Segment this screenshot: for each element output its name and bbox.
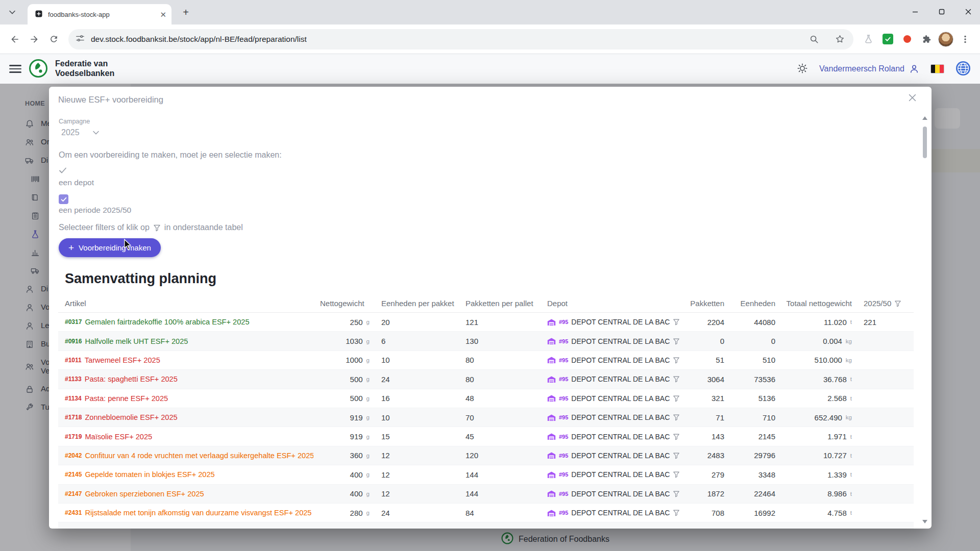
filter-funnel-icon[interactable] — [673, 471, 680, 478]
packets-cell: 143 — [681, 432, 729, 441]
recording-indicator-icon[interactable] — [897, 30, 917, 49]
search-icon[interactable] — [804, 30, 824, 49]
menu-hamburger-icon[interactable] — [9, 65, 21, 72]
table-row[interactable]: #1134Pasta: penne ESF+ 2025500g1648#95DE… — [58, 389, 914, 408]
extensions-puzzle-icon[interactable] — [917, 30, 936, 49]
belgium-flag-icon[interactable] — [930, 64, 944, 73]
table-row[interactable]: #2145Gepelde tomaten in blokjes ESF+ 202… — [58, 465, 914, 484]
net-weight-cell: 400g — [313, 470, 375, 479]
article-cell: #2145Gepelde tomaten in blokjes ESF+ 202… — [58, 470, 313, 479]
table-row[interactable]: #1718Zonnebloemolie ESF+ 2025919g1070#95… — [58, 408, 914, 427]
browser-toolbar: dev.stock.foodbanksit.be/stock/app/nl-BE… — [0, 24, 980, 54]
packs-per-pallet-cell: 84 — [459, 509, 541, 517]
filter-funnel-icon[interactable] — [673, 318, 680, 325]
table-row[interactable]: #2431Rijstsalade met tonijn afkomstig va… — [58, 504, 914, 522]
warehouse-icon — [547, 356, 556, 364]
back-button[interactable] — [5, 30, 24, 49]
filter-funnel-icon[interactable] — [673, 433, 680, 440]
modal-scrollbar[interactable] — [922, 116, 928, 523]
total-weight-cell: 1.971t — [780, 432, 857, 441]
refresh-button[interactable] — [44, 30, 63, 49]
checkbox-checked-icon[interactable] — [59, 194, 68, 204]
packs-per-pallet-cell: 120 — [459, 451, 541, 460]
window-minimize-button[interactable] — [912, 8, 919, 17]
browser-menu-kebab-icon[interactable] — [955, 30, 975, 49]
packets-cell: 2483 — [681, 451, 729, 460]
app-header: Federatie van Voedselbanken Vandermeersc… — [0, 54, 980, 84]
units-cell: 710 — [729, 413, 780, 422]
units-per-pack-cell: 24 — [375, 509, 459, 517]
table-row[interactable]: #0317Gemalen fairtradekoffie 100% arabic… — [58, 313, 914, 332]
table-row[interactable]: #1719Maïsolie ESF+ 2025919g1545#95DEPOT … — [58, 427, 914, 446]
close-icon[interactable] — [909, 94, 916, 103]
warehouse-icon — [547, 394, 556, 402]
theme-sun-icon[interactable] — [797, 63, 808, 76]
net-weight-cell: 280g — [313, 509, 375, 517]
table-row[interactable]: #0916Halfvolle melk UHT ESF+ 20251030g61… — [58, 332, 914, 350]
depot-cell: #95DEPOT CENTRAL DE LA BAC — [541, 356, 681, 364]
filter-funnel-icon[interactable] — [673, 357, 680, 364]
depot-cell: #95DEPOT CENTRAL DE LA BAC — [541, 337, 681, 345]
window-maximize-button[interactable] — [938, 8, 945, 17]
user-menu-button[interactable]: Vandermeersch Roland — [819, 64, 919, 74]
depot-cell: #95DEPOT CENTRAL DE LA BAC — [541, 433, 681, 441]
url-bar[interactable]: dev.stock.foodbanksit.be/stock/app/nl-BE… — [68, 29, 853, 49]
table-row[interactable]: #1133Pasta: spaghetti ESF+ 2025500g2480#… — [58, 370, 914, 389]
mouse-cursor — [124, 239, 132, 253]
new-tab-button[interactable]: + — [179, 5, 193, 19]
forward-button[interactable] — [24, 30, 44, 49]
planning-table-header: ArtikelNettogewichtEenheden per pakketPa… — [58, 294, 914, 313]
table-row[interactable]: #2147Gebroken sperziebonen ESF+ 2025400g… — [58, 485, 914, 504]
filter-funnel-icon[interactable] — [673, 452, 680, 459]
site-info-icon[interactable] — [76, 34, 85, 44]
option-period[interactable]: een periode 2025/50 — [59, 194, 922, 215]
depot-cell: #95DEPOT CENTRAL DE LA BAC — [541, 452, 681, 460]
filter-funnel-icon[interactable] — [894, 300, 901, 307]
scrollbar-thumb[interactable] — [923, 127, 927, 158]
language-globe-icon[interactable] — [955, 61, 971, 78]
units-per-pack-cell: 6 — [375, 337, 459, 345]
campaign-select[interactable]: 2025 — [60, 126, 100, 139]
table-row[interactable]: #1011Tarwemeel ESF+ 20251000g1080#95DEPO… — [58, 351, 914, 370]
filter-funnel-icon[interactable] — [673, 395, 680, 402]
column-header: Eenheden — [729, 299, 780, 308]
scroll-up-arrow-icon[interactable] — [922, 116, 927, 120]
browser-tab[interactable]: foodbanks-stock-app ✕ — [28, 4, 172, 24]
total-weight-cell: 2.568t — [780, 394, 857, 403]
packets-cell: 51 — [681, 356, 729, 364]
profile-avatar[interactable] — [936, 30, 955, 49]
filter-funnel-icon[interactable] — [673, 509, 680, 516]
packets-cell: 71 — [681, 413, 729, 422]
units-per-pack-cell: 6 — [375, 528, 459, 529]
warehouse-icon — [547, 509, 556, 517]
filter-funnel-icon[interactable] — [673, 490, 680, 497]
extension-check-icon[interactable] — [878, 30, 897, 49]
depot-cell: #95DEPOT CENTRAL DE LA BAC — [541, 470, 681, 479]
filter-funnel-icon[interactable] — [673, 375, 680, 383]
planning-table-body: #0317Gemalen fairtradekoffie 100% arabic… — [58, 313, 914, 529]
warehouse-icon — [547, 452, 556, 459]
filter-funnel-icon[interactable] — [673, 414, 680, 421]
depot-cell: #95DEPOT CENTRAL DE LA BAC — [541, 509, 681, 517]
scroll-down-arrow-icon[interactable] — [922, 520, 927, 523]
filter-funnel-icon[interactable] — [673, 338, 680, 345]
bookmark-star-icon[interactable] — [830, 30, 849, 49]
net-weight-cell: 360g — [313, 451, 375, 460]
labs-beaker-icon[interactable] — [859, 30, 878, 49]
depot-cell: #95DEPOT CENTRAL DE LA BAC — [541, 490, 681, 498]
column-header[interactable]: 2025/50 — [857, 299, 905, 308]
article-cell: #2147Gebroken sperziebonen ESF+ 2025 — [58, 490, 313, 498]
option-depot[interactable]: een depot — [59, 167, 922, 187]
window-close-button[interactable] — [965, 8, 972, 17]
filter-funnel-icon[interactable] — [673, 528, 680, 529]
table-row[interactable]: #2042Confituur van 4 rode vruchten met v… — [58, 446, 914, 465]
units-per-pack-cell: 24 — [375, 375, 459, 384]
new-preparation-modal: Nieuwe ESF+ voorbereiding Campagne 2025 … — [49, 87, 932, 529]
chevron-down-icon[interactable] — [5, 5, 19, 19]
net-weight-cell: 250g — [313, 318, 375, 327]
create-preparation-button[interactable]: + Voorbereiding maken — [59, 238, 161, 257]
packs-per-pallet-cell: 48 — [459, 394, 541, 403]
table-row[interactable]: #2508Individuele fruitcompote voor kinde… — [58, 522, 914, 529]
tab-close-icon[interactable]: ✕ — [160, 11, 166, 18]
article-cell: #2042Confituur van 4 rode vruchten met v… — [58, 452, 313, 460]
